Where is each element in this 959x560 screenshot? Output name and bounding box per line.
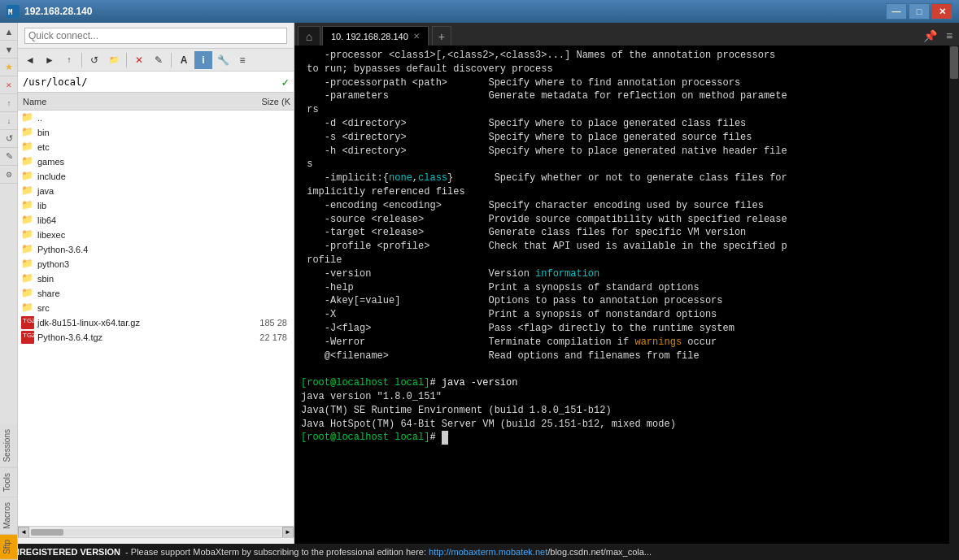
- folder-icon: 📁: [21, 272, 34, 285]
- list-item[interactable]: 📁libexec: [18, 228, 294, 242]
- refresh-button[interactable]: ↺: [85, 51, 103, 69]
- list-item[interactable]: 📁share: [18, 286, 294, 301]
- term-line: rs: [301, 103, 943, 117]
- file-name: jdk-8u151-linux-x64.tar.gz: [37, 318, 242, 328]
- app-icon: M: [7, 5, 20, 18]
- file-size: 22 178: [242, 332, 290, 342]
- file-list: 📁..📁bin📁etc📁games📁include📁java📁lib📁lib64…: [18, 111, 294, 526]
- delete-button[interactable]: ✕: [130, 51, 148, 69]
- toolbar-settings[interactable]: ⚙: [0, 166, 18, 184]
- extra-button[interactable]: ≡: [233, 51, 251, 69]
- file-name: bin: [37, 128, 242, 137]
- up-button[interactable]: ↑: [60, 51, 78, 69]
- status-text: - Please support MobaXterm by subscribin…: [120, 547, 429, 557]
- list-item[interactable]: TGZPython-3.6.4.tgz22 178: [18, 330, 294, 345]
- list-item[interactable]: 📁java: [18, 184, 294, 198]
- add-tab-button[interactable]: +: [432, 26, 451, 46]
- file-name: ..: [37, 113, 242, 123]
- column-name-header[interactable]: Name: [18, 97, 245, 106]
- maximize-button[interactable]: □: [909, 3, 930, 20]
- term-line: -processor <class1>[,<class2>,<class3>..…: [301, 49, 943, 63]
- new-folder-button[interactable]: 📁: [105, 51, 123, 69]
- terminal-scrollbar[interactable]: [949, 46, 959, 560]
- list-item[interactable]: 📁bin: [18, 125, 294, 140]
- file-name: src: [37, 303, 242, 313]
- toolbar-upload[interactable]: ↑: [0, 94, 18, 112]
- separator-2: [126, 53, 127, 67]
- term-line: to run; bypasses default discovery proce…: [301, 63, 943, 76]
- path-input[interactable]: [23, 76, 282, 88]
- quick-connect-bar: [18, 23, 294, 49]
- term-line: -X Print a synopsis of nonstandard optio…: [301, 308, 943, 322]
- term-line: -version Version information: [301, 267, 943, 281]
- folder-icon: 📁: [21, 214, 34, 227]
- list-item[interactable]: TGZjdk-8u151-linux-x64.tar.gz185 28: [18, 315, 294, 330]
- tools-tab[interactable]: Tools: [0, 468, 17, 497]
- close-button[interactable]: ✕: [931, 3, 952, 20]
- file-icon: TGZ: [21, 316, 34, 329]
- toolbar-download[interactable]: ↓: [0, 112, 18, 130]
- list-item[interactable]: 📁etc: [18, 140, 294, 154]
- list-item[interactable]: 📁games: [18, 154, 294, 169]
- file-name: Python-3.6.4.tgz: [37, 332, 242, 342]
- column-size-header[interactable]: Size (K: [245, 97, 294, 106]
- terminal-tab[interactable]: 10. 192.168.28.140 ✕: [322, 26, 429, 46]
- toolbar-edit[interactable]: ✎: [0, 148, 18, 166]
- toolbar-nav-up[interactable]: ▲: [0, 23, 18, 41]
- status-extra: /blog.csdn.net/max_cola...: [547, 547, 652, 557]
- scroll-track[interactable]: [31, 529, 281, 536]
- home-tab-button[interactable]: ⌂: [298, 26, 320, 46]
- horizontal-scrollbar[interactable]: ◄ ►: [18, 526, 294, 537]
- rename-button[interactable]: ✎: [150, 51, 168, 69]
- window-title: 192.168.28.140: [24, 6, 886, 17]
- mobaxterm-link[interactable]: http://mobaxterm.mobatek.net: [429, 547, 547, 557]
- back-button[interactable]: ◄: [21, 51, 39, 69]
- folder-icon: 📁: [21, 243, 34, 256]
- toolbar-bookmark[interactable]: ★: [0, 59, 18, 76]
- font-button[interactable]: A: [175, 51, 193, 69]
- scrollbar-thumb[interactable]: [950, 46, 958, 79]
- info-button[interactable]: i: [194, 51, 212, 69]
- list-item[interactable]: 📁sbin: [18, 271, 294, 286]
- pin-button[interactable]: 📌: [920, 26, 939, 46]
- list-item[interactable]: 📁Python-3.6.4: [18, 242, 294, 257]
- scroll-thumb[interactable]: [31, 529, 63, 536]
- folder-icon: 📁: [21, 287, 34, 300]
- term-line: s: [301, 158, 943, 171]
- path-ok-indicator: ✓: [282, 76, 289, 89]
- file-name: Python-3.6.4: [37, 245, 242, 254]
- term-line: -Werror Terminate compilation if warning…: [301, 336, 943, 349]
- tab-bar: ⌂ 10. 192.168.28.140 ✕ + 📌 ≡: [294, 23, 959, 46]
- forward-button[interactable]: ►: [41, 51, 59, 69]
- list-item[interactable]: 📁include: [18, 169, 294, 184]
- list-item[interactable]: 📁..: [18, 111, 294, 125]
- filter-button[interactable]: 🔧: [214, 51, 232, 69]
- minimize-button[interactable]: —: [886, 3, 907, 20]
- macros-tab[interactable]: Macros: [0, 497, 17, 535]
- term-line: -target <release> Generate class files f…: [301, 226, 943, 240]
- list-item[interactable]: 📁lib64: [18, 213, 294, 228]
- toolbar-nav-down[interactable]: ▼: [0, 41, 18, 59]
- term-line: java version "1.8.0_151": [301, 390, 943, 404]
- scroll-left-button[interactable]: ◄: [18, 527, 29, 538]
- file-icon: TGZ: [21, 331, 34, 344]
- term-line: -source <release> Provide source compati…: [301, 213, 943, 227]
- tab-menu-button[interactable]: ≡: [939, 26, 959, 46]
- file-list-header: Name Size (K: [18, 93, 294, 111]
- list-item[interactable]: 📁lib: [18, 198, 294, 213]
- sessions-tab[interactable]: Sessions: [0, 424, 17, 468]
- list-item[interactable]: 📁python3: [18, 257, 294, 271]
- term-line: rofile: [301, 254, 943, 267]
- scroll-right-button[interactable]: ►: [282, 527, 294, 538]
- quick-connect-input[interactable]: [24, 28, 287, 44]
- terminal-output: -processor <class1>[,<class2>,<class3>..…: [294, 46, 949, 560]
- file-name: include: [37, 171, 242, 181]
- toolbar-close[interactable]: ✕: [0, 76, 18, 94]
- status-unregistered: UNREGISTERED VERSION: [7, 547, 120, 557]
- term-line: -h <directory> Specify where to place ge…: [301, 145, 943, 158]
- term-line: Java(TM) SE Runtime Environment (build 1…: [301, 404, 943, 418]
- sftp-tab[interactable]: Sftp: [0, 535, 17, 560]
- list-item[interactable]: 📁src: [18, 301, 294, 315]
- tab-close-button[interactable]: ✕: [413, 32, 420, 41]
- toolbar-refresh[interactable]: ↺: [0, 130, 18, 148]
